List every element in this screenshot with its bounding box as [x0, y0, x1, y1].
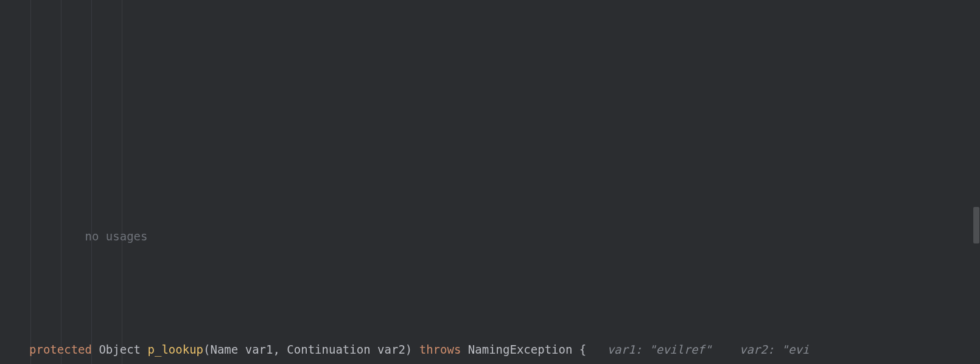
method-name: p_lookup — [148, 343, 204, 356]
inlay-var2: var2: "evi — [740, 343, 809, 356]
param-var1: var1 — [245, 343, 273, 356]
vertical-scrollbar[interactable] — [973, 0, 980, 364]
type-continuation: Continuation — [287, 343, 370, 356]
inlay-var1: var1: "evilref" — [607, 343, 712, 356]
code-line[interactable]: protected Object p_lookup(Name var1, Con… — [29, 338, 980, 361]
keyword-throws: throws — [419, 343, 461, 356]
scroll-thumb[interactable] — [973, 207, 979, 243]
code-editor[interactable]: no usages protected Object p_lookup(Name… — [0, 0, 980, 364]
type-namingexception: NamingException — [468, 343, 573, 356]
param-var2: var2 — [377, 343, 405, 356]
inlay-usages-line: no usages — [29, 225, 980, 248]
keyword-protected: protected — [29, 343, 92, 356]
usages-hint: no usages — [85, 229, 148, 243]
gutter — [0, 0, 27, 364]
type-name: Name — [210, 343, 238, 356]
type-object: Object — [99, 343, 141, 356]
code-area[interactable]: no usages protected Object p_lookup(Name… — [29, 0, 980, 364]
